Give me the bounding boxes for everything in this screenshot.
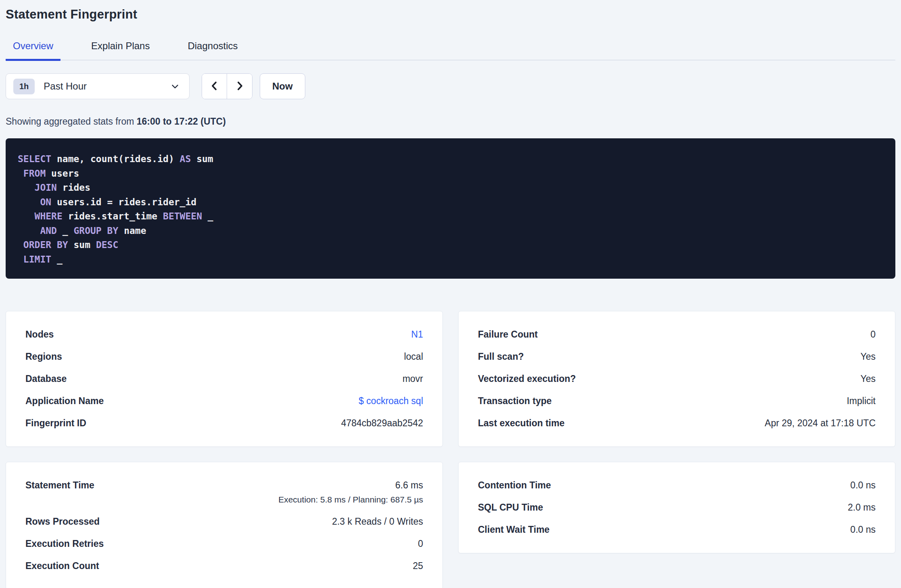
card-row: Full scan?Yes [478, 346, 876, 368]
row-value: 2.3 k Reads / 0 Writes [332, 516, 423, 527]
row-value: 6.6 ms [278, 480, 423, 491]
row-label: Failure Count [478, 329, 538, 340]
card-row: Databasemovr [25, 368, 423, 390]
row-value-link[interactable]: N1 [411, 329, 423, 340]
row-value: Apr 29, 2024 at 17:18 UTC [765, 418, 876, 429]
sql-line: LIMIT _ [18, 252, 883, 267]
row-value: 0.0 ns [850, 524, 876, 535]
time-range-picker[interactable]: 1h Past Hour [6, 73, 190, 99]
tab-diagnostics[interactable]: Diagnostics [180, 40, 245, 61]
card-row: Client Wait Time0.0 ns [478, 519, 876, 541]
time-range-label: Past Hour [44, 81, 170, 92]
row-label: Database [25, 373, 67, 384]
chevron-left-icon [209, 80, 221, 93]
sql-line: AND _ GROUP BY name [18, 224, 883, 238]
aggregated-stats-caption: Showing aggregated stats from 16:00 to 1… [6, 116, 895, 127]
sql-line: FROM users [18, 167, 883, 181]
card-row: Execution Retries0 [25, 533, 423, 555]
tab-bar: Overview Explain Plans Diagnostics [6, 36, 895, 60]
row-label: Full scan? [478, 351, 524, 362]
row-label: Execution Retries [25, 538, 104, 549]
row-value: Yes [860, 351, 876, 362]
row-value: 0.0 ns [850, 480, 876, 491]
row-value: 0 [870, 329, 876, 340]
stats-cards-grid: NodesN1RegionslocalDatabasemovrApplicati… [6, 311, 895, 588]
row-value: Implicit [847, 396, 876, 407]
row-label: Nodes [25, 329, 54, 340]
row-value: 4784cb829aab2542 [341, 418, 423, 429]
card-row: Fingerprint ID4784cb829aab2542 [25, 412, 423, 434]
row-value: 0 [418, 538, 423, 549]
row-label: Regions [25, 351, 62, 362]
row-value: 2.0 ms [848, 502, 876, 513]
chevron-down-icon [170, 81, 180, 92]
row-label: Client Wait Time [478, 524, 550, 535]
row-label: SQL CPU Time [478, 502, 543, 513]
card-row: Execution Count25 [25, 555, 423, 577]
row-subvalue: Execution: 5.8 ms / Planning: 687.5 µs [278, 495, 423, 505]
row-value: local [404, 351, 423, 362]
sql-code: SELECT name, count(rides.id) AS sum FROM… [18, 152, 883, 267]
statement-fingerprint-page: Statement Fingerprint Overview Explain P… [0, 0, 901, 588]
card-row: Regionslocal [25, 346, 423, 368]
page-title: Statement Fingerprint [6, 7, 895, 22]
row-value: Yes [860, 373, 876, 384]
row-label: Execution Count [25, 561, 99, 571]
statement-time-card: Statement Time6.6 msExecution: 5.8 ms / … [6, 462, 443, 588]
sql-line: WHERE rides.start_time BETWEEN _ [18, 209, 883, 224]
sql-line: JOIN rides [18, 181, 883, 195]
time-range-arrows [202, 73, 252, 99]
row-value: 25 [413, 561, 423, 571]
card-row: Last execution timeApr 29, 2024 at 17:18… [478, 412, 876, 434]
card-row: Rows Processed2.3 k Reads / 0 Writes [25, 511, 423, 533]
now-button[interactable]: Now [260, 73, 305, 99]
time-range-badge: 1h [13, 79, 35, 94]
prev-time-button[interactable] [202, 74, 227, 99]
row-value-link[interactable]: $ cockroach sql [359, 396, 423, 407]
caption-prefix: Showing aggregated stats from [6, 116, 137, 127]
next-time-button[interactable] [227, 74, 252, 99]
card-row: Vectorized execution?Yes [478, 368, 876, 390]
row-value: movr [403, 373, 423, 384]
row-label: Transaction type [478, 396, 552, 407]
row-label: Statement Time [25, 480, 94, 491]
card-row: Application Name$ cockroach sql [25, 390, 423, 412]
card-row: Contention Time0.0 ns [478, 474, 876, 496]
chevron-right-icon [234, 80, 246, 93]
sql-line: SELECT name, count(rides.id) AS sum [18, 152, 883, 167]
caption-time-range: 16:00 to 17:22 (UTC) [137, 116, 226, 127]
card-row: Transaction typeImplicit [478, 390, 876, 412]
card-row: NodesN1 [25, 323, 423, 346]
sql-line: ON users.id = rides.rider_id [18, 195, 883, 210]
row-label: Vectorized execution? [478, 373, 576, 384]
tab-overview[interactable]: Overview [6, 40, 60, 61]
card-row: SQL CPU Time2.0 ms [478, 496, 876, 519]
sql-statement-box: SELECT name, count(rides.id) AS sum FROM… [6, 138, 895, 279]
sql-line: ORDER BY sum DESC [18, 238, 883, 252]
execution-attributes-card: Failure Count0Full scan?YesVectorized ex… [458, 311, 895, 447]
row-label: Contention Time [478, 480, 551, 491]
row-label: Fingerprint ID [25, 418, 86, 429]
time-controls: 1h Past Hour Now [6, 73, 895, 99]
row-label: Last execution time [478, 418, 565, 429]
card-row: Statement Time6.6 msExecution: 5.8 ms / … [25, 474, 423, 511]
row-label: Rows Processed [25, 516, 100, 527]
statement-details-card: NodesN1RegionslocalDatabasemovrApplicati… [6, 311, 443, 447]
row-label: Application Name [25, 396, 104, 407]
card-row: Failure Count0 [478, 323, 876, 346]
wait-time-card: Contention Time0.0 nsSQL CPU Time2.0 msC… [458, 462, 895, 553]
tab-explain-plans[interactable]: Explain Plans [84, 40, 157, 61]
